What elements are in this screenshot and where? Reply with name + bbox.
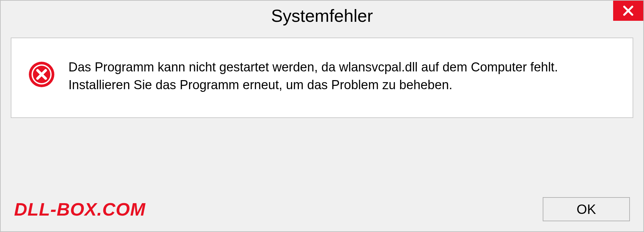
error-message: Das Programm kann nicht gestartet werden… [68,58,616,94]
titlebar: Systemfehler [1,1,643,31]
error-icon [28,61,55,88]
watermark-text: DLL-BOX.COM [14,199,146,220]
footer: DLL-BOX.COM OK [1,194,643,231]
content-panel: Das Programm kann nicht gestartet werden… [11,38,633,118]
error-dialog: Systemfehler Das Programm kann nicht ges… [0,0,644,232]
close-button[interactable] [613,1,643,21]
close-icon [622,5,634,17]
dialog-title: Systemfehler [271,6,373,26]
ok-button[interactable]: OK [543,197,630,221]
